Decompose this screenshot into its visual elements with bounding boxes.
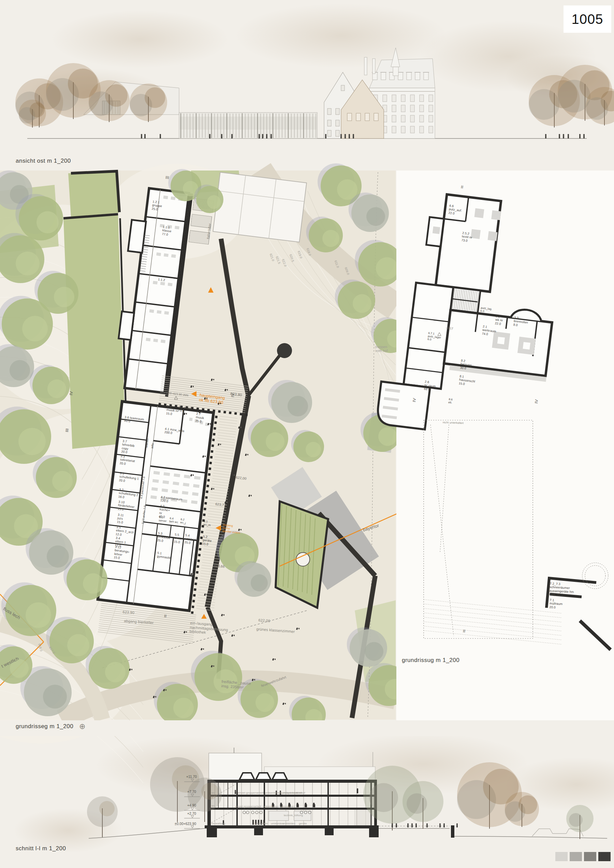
legend-swatch [598,852,611,861]
board-drawing [0,0,614,868]
legend-swatch [555,852,567,861]
legend-swatch [584,852,596,861]
legend-swatch [570,852,582,861]
legend-swatches [555,852,611,861]
entry-number-badge: 1005 [563,5,611,33]
competition-board: { "board": { "number": "1005" }, "titles… [0,0,614,868]
